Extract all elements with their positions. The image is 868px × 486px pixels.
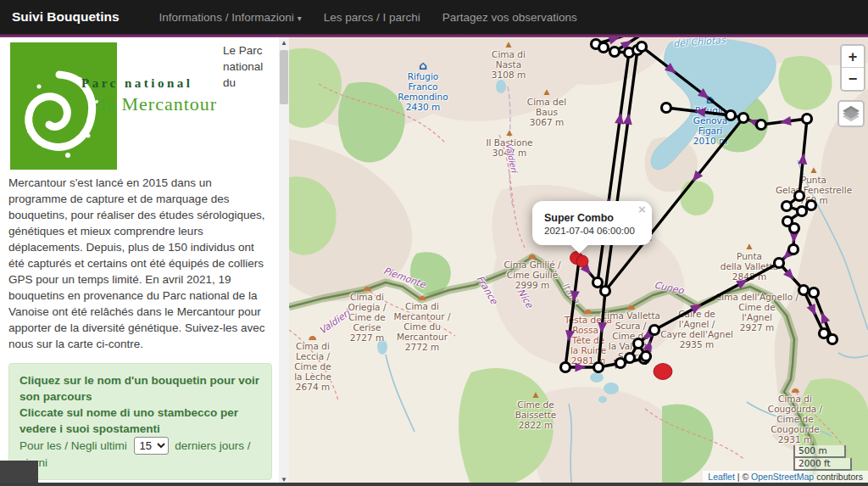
track-node[interactable]	[593, 278, 603, 288]
track-node[interactable]	[642, 352, 651, 361]
track-node[interactable]	[799, 286, 809, 295]
track-node[interactable]	[782, 202, 792, 211]
track-node[interactable]	[739, 114, 748, 123]
track-node[interactable]	[610, 47, 620, 57]
instruction-it: Cliccate sul nome di uno stambecco per v…	[19, 405, 261, 437]
track-arrow-icon	[798, 153, 808, 165]
zoom-control: + −	[840, 44, 865, 92]
ibex-marker[interactable]	[576, 255, 588, 267]
track-node[interactable]	[637, 42, 647, 52]
bottom-bar	[0, 483, 868, 486]
track-arrow-icon	[779, 116, 791, 127]
track-arrow-icon	[576, 363, 587, 372]
track-arrow-icon	[569, 290, 580, 302]
zoom-out-button[interactable]: −	[842, 68, 864, 90]
gps-track	[642, 47, 731, 115]
nav-item-informations[interactable]: Informations / Informazioni▾	[148, 11, 313, 24]
accent-bar	[0, 34, 868, 37]
track-node[interactable]	[626, 354, 635, 363]
track-node[interactable]	[798, 207, 807, 216]
logo-text-line1: Parc national	[81, 76, 192, 91]
track-node[interactable]	[601, 287, 610, 296]
map-popup: Super Combo 2021-07-04 06:00:00 ×	[532, 201, 652, 245]
zoom-in-button[interactable]: +	[842, 46, 864, 68]
popup-close-icon[interactable]: ×	[638, 203, 646, 216]
osm-link[interactable]: OpenStreetMap	[751, 472, 814, 482]
scale-control: 500 m 2000 ft	[793, 445, 852, 471]
days-selector-row: Pour les / Negli ultimi 15 derniers jour…	[19, 437, 261, 471]
popup-ibex-name: Super Combo	[544, 212, 635, 224]
track-node[interactable]	[757, 120, 766, 130]
map-canvas[interactable]: ⌂RifugioFrancoRemondino2430 m▲Cima diNas…	[289, 37, 868, 486]
gps-tracks-layer	[289, 37, 868, 486]
gps-track	[598, 53, 629, 282]
logo-text-line2: du Mercantour	[96, 93, 217, 115]
track-node[interactable]	[594, 363, 604, 372]
nav-item-observations[interactable]: Partagez vos observations	[431, 11, 588, 24]
track-node[interactable]	[810, 288, 819, 298]
status-tooltip	[0, 461, 38, 483]
track-node[interactable]	[662, 103, 671, 113]
layers-control[interactable]	[837, 100, 865, 127]
park-logo[interactable]: Parc national du Mercantour	[8, 42, 214, 171]
sidebar-content: Parc national du Mercantour Le Parc nati…	[0, 37, 279, 486]
sidebar-scrollbar[interactable]: ▲ ▼	[279, 37, 289, 486]
track-arrow-icon	[736, 276, 750, 289]
gps-track	[654, 263, 779, 330]
sidebar: Parc national du Mercantour Le Parc nati…	[0, 37, 289, 486]
map-attribution: Leaflet | © OpenStreetMap contributors	[703, 471, 868, 483]
ibex-marker[interactable]	[654, 364, 672, 380]
track-node[interactable]	[616, 359, 626, 368]
track-node[interactable]	[634, 339, 643, 349]
days-prefix: Pour les / Negli ultimi	[19, 439, 127, 452]
scrollbar-thumb[interactable]	[280, 50, 288, 104]
track-arrow-icon	[690, 300, 704, 314]
scroll-up-icon[interactable]: ▲	[279, 37, 289, 49]
track-node[interactable]	[789, 245, 798, 254]
gps-track	[565, 260, 579, 367]
track-node[interactable]	[790, 224, 799, 233]
popup-timestamp: 2021-07-04 06:00:00	[544, 226, 635, 236]
scale-imperial: 2000 ft	[793, 458, 852, 471]
track-node[interactable]	[803, 115, 812, 124]
days-select[interactable]: 15	[134, 437, 169, 455]
page: Suivi Bouquetins Informations / Informaz…	[0, 0, 868, 486]
track-arrow-icon	[564, 330, 575, 342]
instructions-box: Cliquez sur le nom d'un bouquetin pour v…	[8, 363, 272, 480]
attribution-suffix: contributors	[814, 472, 863, 482]
nav-menu: Informations / Informazioni▾Les parcs / …	[148, 11, 588, 24]
track-node[interactable]	[828, 335, 837, 344]
track-node[interactable]	[650, 326, 659, 335]
track-node[interactable]	[726, 111, 736, 120]
app-title: Suivi Bouquetins	[0, 9, 131, 25]
nav-item-parcs[interactable]: Les parcs / I parchi	[313, 11, 431, 24]
dropdown-caret-icon: ▾	[298, 14, 302, 23]
track-arrow-icon	[693, 106, 705, 116]
track-node[interactable]	[775, 259, 784, 268]
track-arrow-icon	[597, 322, 607, 334]
scale-metric: 500 m	[793, 445, 846, 458]
leaflet-link[interactable]: Leaflet	[708, 472, 735, 482]
navbar: Suivi Bouquetins Informations / Informaz…	[0, 0, 868, 34]
attribution-separator: | ©	[735, 472, 751, 482]
track-node[interactable]	[599, 43, 609, 53]
track-node[interactable]	[561, 363, 570, 372]
track-node[interactable]	[795, 192, 804, 201]
instruction-fr: Cliquez sur le nom d'un bouquetin pour v…	[19, 372, 261, 405]
track-arrow-icon	[643, 338, 655, 352]
layers-icon	[842, 105, 860, 122]
track-node[interactable]	[807, 201, 816, 210]
